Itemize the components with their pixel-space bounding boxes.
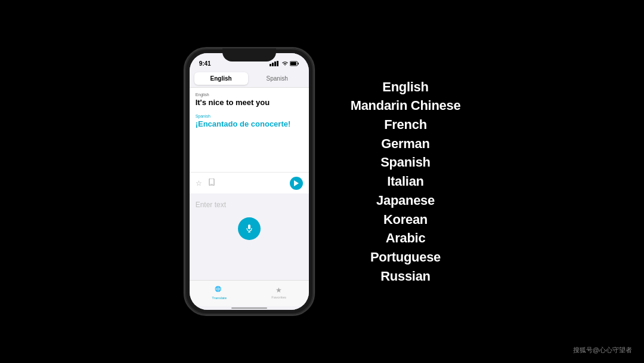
language-item-portuguese: Portuguese [370, 248, 441, 266]
language-item-korean: Korean [383, 211, 428, 229]
language-item-italian: Italian [387, 173, 423, 190]
status-time: 9:41 [199, 60, 211, 67]
wifi-icon [282, 61, 288, 66]
svg-rect-3 [277, 61, 278, 66]
svg-rect-2 [274, 61, 276, 66]
target-label: Spanish [196, 114, 303, 118]
language-tabs: English Spanish [190, 70, 309, 88]
watermark: 搜狐号@心心守望者 [573, 346, 632, 355]
tab-translate[interactable]: 🌐 Translate [212, 285, 227, 300]
language-item-german: German [381, 135, 429, 153]
source-label: English [196, 93, 303, 97]
language-item-english: English [382, 78, 428, 96]
tab-spanish[interactable]: Spanish [250, 72, 304, 85]
language-item-french: French [384, 116, 427, 134]
status-icons [270, 61, 299, 66]
phone-notch [222, 48, 276, 61]
language-item-spanish: Spanish [380, 153, 430, 171]
language-item-arabic: Arabic [386, 229, 426, 247]
tab-bar: 🌐 Translate ★ Favorites [190, 280, 309, 306]
tab-english[interactable]: English [194, 72, 248, 85]
language-item-russian: Russian [380, 267, 430, 285]
home-bar [231, 307, 267, 309]
phone-wrapper: 9:41 [184, 47, 315, 316]
translate-icon: 🌐 [215, 285, 224, 295]
target-text: ¡Encantado de conocerte! [196, 119, 303, 130]
svg-rect-1 [272, 63, 274, 66]
svg-rect-5 [298, 63, 299, 64]
svg-rect-6 [290, 62, 296, 65]
language-list: EnglishMandarin ChineseFrenchGermanSpani… [351, 78, 461, 285]
battery-icon [290, 61, 299, 66]
translation-area: English It's nice to meet you Spanish ¡E… [190, 88, 309, 172]
input-placeholder[interactable]: Enter text [196, 201, 303, 209]
language-item-japanese: Japanese [376, 192, 435, 210]
phone-icon[interactable] [208, 179, 215, 187]
language-item-mandarin-chinese: Mandarin Chinese [351, 97, 461, 115]
action-bar: ☆ [190, 172, 309, 193]
svg-rect-10 [248, 224, 250, 229]
svg-marker-9 [294, 180, 299, 186]
signal-icon [270, 61, 280, 66]
input-area: Enter text [190, 193, 309, 280]
star-icon[interactable]: ☆ [196, 179, 202, 187]
mic-button[interactable] [238, 217, 261, 240]
phone: 9:41 [184, 47, 315, 316]
source-text: It's nice to meet you [196, 98, 303, 108]
svg-rect-0 [270, 64, 271, 66]
svg-text:🌐: 🌐 [215, 285, 222, 293]
main-container: 9:41 [0, 0, 644, 363]
tab-favorites[interactable]: ★ Favorites [271, 286, 286, 299]
favorites-icon: ★ [275, 286, 282, 294]
play-button[interactable] [290, 177, 303, 190]
svg-rect-8 [210, 184, 213, 185]
action-icons-left: ☆ [196, 179, 215, 187]
phone-screen: 9:41 [190, 53, 309, 310]
home-indicator [190, 306, 309, 310]
